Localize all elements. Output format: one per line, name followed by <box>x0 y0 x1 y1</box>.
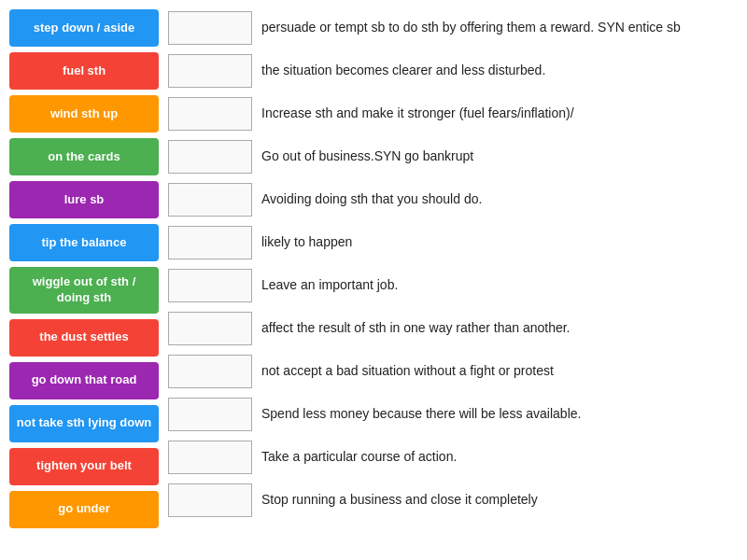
phrase-btn-go-down-that-road[interactable]: go down that road <box>9 362 159 399</box>
match-input-11[interactable] <box>168 441 252 474</box>
match-row-3: Increase sth and make it stronger (fuel … <box>168 95 738 133</box>
match-row-10: Spend less money because there will be l… <box>168 396 738 433</box>
definitions-column: persuade or tempt sb to do sth by offeri… <box>168 9 738 528</box>
phrase-btn-wind-sth-up[interactable]: wind sth up <box>9 95 159 133</box>
match-input-8[interactable] <box>168 312 252 345</box>
phrase-btn-tip-the-balance[interactable]: tip the balance <box>9 224 159 261</box>
definition-text-8: affect the result of sth in one way rath… <box>261 319 571 338</box>
phrase-btn-the-dust-settles[interactable]: the dust settles <box>9 319 159 357</box>
phrase-btn-wiggle-out[interactable]: wiggle out of sth / doing sth <box>9 267 159 314</box>
definition-text-5: Avoiding doing sth that you should do. <box>261 190 482 209</box>
definition-text-2: the situation becomes clearer and less d… <box>261 62 545 80</box>
phrase-btn-go-under[interactable]: go under <box>9 491 159 528</box>
definition-text-9: not accept a bad situation without a fig… <box>261 362 554 381</box>
definition-text-1: persuade or tempt sb to do sth by offeri… <box>261 19 681 37</box>
match-row-8: affect the result of sth in one way rath… <box>168 310 738 347</box>
match-input-6[interactable] <box>168 226 252 259</box>
match-input-7[interactable] <box>168 269 252 302</box>
match-input-3[interactable] <box>168 97 252 131</box>
match-row-6: likely to happen <box>168 224 738 261</box>
match-row-11: Take a particular course of action. <box>168 439 738 476</box>
phrase-btn-on-the-cards[interactable]: on the cards <box>9 138 159 175</box>
phrase-btn-not-take-lying-down[interactable]: not take sth lying down <box>9 405 159 442</box>
match-input-9[interactable] <box>168 355 252 388</box>
definition-text-11: Take a particular course of action. <box>261 448 457 467</box>
match-input-5[interactable] <box>168 183 252 217</box>
match-input-1[interactable] <box>168 11 252 45</box>
match-input-2[interactable] <box>168 54 252 88</box>
match-row-9: not accept a bad situation without a fig… <box>168 353 738 390</box>
definition-text-3: Increase sth and make it stronger (fuel … <box>261 105 574 123</box>
match-row-1: persuade or tempt sb to do sth by offeri… <box>168 9 738 47</box>
match-row-2: the situation becomes clearer and less d… <box>168 52 738 90</box>
match-row-5: Avoiding doing sth that you should do. <box>168 181 738 218</box>
match-input-4[interactable] <box>168 140 252 174</box>
match-row-12: Stop running a business and close it com… <box>168 482 738 519</box>
phrase-btn-fuel-sth[interactable]: fuel sth <box>9 52 159 90</box>
phrase-btn-lure-sb[interactable]: lure sb <box>9 181 159 218</box>
match-row-4: Go out of business.SYN go bankrupt <box>168 138 738 175</box>
phrase-btn-step-down[interactable]: step down / aside <box>9 9 159 47</box>
match-input-12[interactable] <box>168 483 252 517</box>
definition-text-4: Go out of business.SYN go bankrupt <box>261 147 473 166</box>
match-row-7: Leave an important job. <box>168 267 738 304</box>
phrase-btn-tighten-your-belt[interactable]: tighten your belt <box>9 448 159 485</box>
definition-text-7: Leave an important job. <box>261 276 398 295</box>
definition-text-6: likely to happen <box>261 233 352 252</box>
phrases-column: step down / asidefuel sthwind sth upon t… <box>9 9 159 528</box>
definition-text-12: Stop running a business and close it com… <box>261 491 538 510</box>
match-input-10[interactable] <box>168 398 252 431</box>
definition-text-10: Spend less money because there will be l… <box>261 405 581 424</box>
